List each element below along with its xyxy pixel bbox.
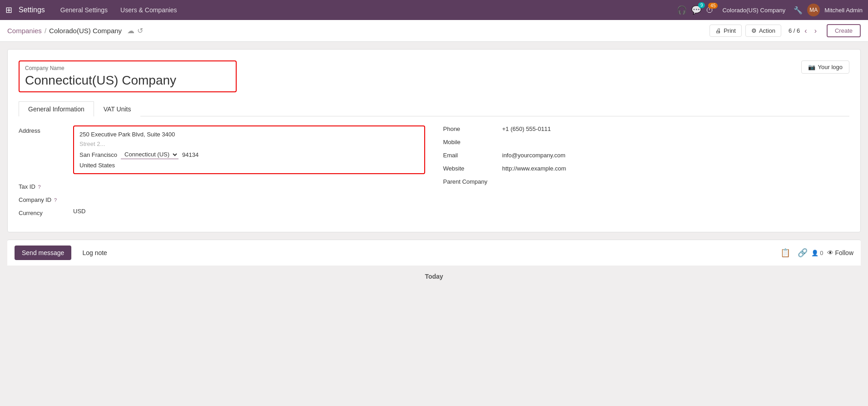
form-container: Company Name 📷 Your logo General Informa… — [7, 49, 861, 232]
chat-badge: 9 — [698, 2, 705, 8]
printer-icon: 🖨 — [715, 27, 721, 34]
top-navigation: ⊞ Settings General Settings Users & Comp… — [0, 0, 868, 20]
clock-icon[interactable]: ⏱ 45 — [706, 5, 714, 15]
email-row: Email info@yourcompany.com — [443, 152, 850, 159]
address-label: Address — [19, 125, 73, 134]
nav-users-companies[interactable]: Users & Companies — [116, 5, 182, 15]
link-icon[interactable]: 🔗 — [798, 248, 808, 258]
follower-count: 👤 0 — [811, 250, 823, 256]
company-name-label: Company Name — [25, 65, 230, 71]
send-message-button[interactable]: Send message — [15, 246, 71, 260]
chat-icon[interactable]: 💬 9 — [691, 5, 701, 15]
cloud-save-icon[interactable]: ☁ — [127, 26, 134, 35]
mobile-input[interactable] — [502, 139, 579, 145]
tabs: General Information VAT Units — [19, 101, 849, 116]
nav-icons: 🎧 💬 9 ⏱ 45 Colorado(US) Company 🔧 MA Mit… — [677, 4, 863, 16]
company-id-row: Company ID ? — [19, 195, 425, 203]
camera-icon: 📷 — [808, 64, 815, 70]
form-right: Phone +1 (650) 555-0111 Mobile Email inf… — [443, 125, 850, 221]
company-id-value — [73, 195, 425, 201]
main-content: Company Name 📷 Your logo General Informa… — [0, 42, 868, 406]
log-note-button[interactable]: Log note — [75, 246, 114, 260]
company-name-field: Company Name — [19, 60, 237, 92]
support-icon[interactable]: 🎧 — [677, 5, 687, 15]
follow-button[interactable]: 👁 Follow — [827, 249, 853, 256]
currency-value[interactable]: USD — [73, 208, 425, 215]
address-city[interactable]: San Francisco — [79, 151, 117, 158]
parent-company-row: Parent Company — [443, 178, 850, 185]
refresh-icon[interactable]: ↺ — [137, 26, 143, 35]
breadcrumb-actions: 🖨 Print ⚙ Action 6 / 6 ‹ › Create — [709, 24, 861, 37]
address-zip[interactable]: 94134 — [182, 151, 198, 158]
prev-page-button[interactable]: ‹ — [802, 26, 809, 36]
form-left: Address 250 Executive Park Blvd, Suite 3… — [19, 125, 425, 221]
nav-general-settings[interactable]: General Settings — [56, 5, 112, 15]
mobile-row: Mobile — [443, 139, 850, 145]
bottom-bar: Send message Log note 📋 🔗 👤 0 👁 Follow — [7, 240, 861, 266]
company-id-label: Company ID ? — [19, 195, 73, 203]
grid-icon[interactable]: ⊞ — [5, 5, 12, 15]
app-title: Settings — [19, 6, 45, 14]
breadcrumb-separator: / — [45, 27, 46, 35]
pagination: 6 / 6 ‹ › — [789, 26, 819, 36]
address-row: Address 250 Executive Park Blvd, Suite 3… — [19, 125, 425, 174]
paperclip-icon[interactable]: 📋 — [780, 248, 790, 258]
company-name-nav: Colorado(US) Company — [722, 7, 785, 14]
address-country[interactable]: United States — [79, 162, 419, 169]
tax-id-row: Tax ID ? — [19, 181, 425, 190]
breadcrumb: Companies / Colorado(US) Company ☁ ↺ — [7, 26, 709, 35]
tax-id-label: Tax ID ? — [19, 181, 73, 190]
today-section: Today — [7, 266, 861, 287]
company-id-help[interactable]: ? — [54, 197, 57, 203]
tax-id-value — [73, 181, 425, 188]
breadcrumb-bar: Companies / Colorado(US) Company ☁ ↺ 🖨 P… — [0, 20, 868, 42]
print-button[interactable]: 🖨 Print — [709, 25, 742, 37]
website-row: Website http://www.example.com — [443, 165, 850, 172]
phone-value[interactable]: +1 (650) 555-0111 — [502, 125, 551, 132]
create-button[interactable]: Create — [827, 24, 861, 37]
currency-label: Currency — [19, 208, 73, 216]
website-value[interactable]: http://www.example.com — [502, 165, 566, 172]
tax-id-input[interactable] — [73, 181, 425, 188]
avatar[interactable]: MA — [807, 4, 820, 16]
parent-company-label: Parent Company — [443, 178, 502, 185]
breadcrumb-current: Colorado(US) Company — [49, 27, 122, 35]
tax-id-help[interactable]: ? — [38, 184, 40, 190]
form-body: Address 250 Executive Park Blvd, Suite 3… — [19, 125, 849, 221]
phone-row: Phone +1 (650) 555-0111 — [443, 125, 850, 132]
website-label: Website — [443, 165, 502, 172]
wrench-icon[interactable]: 🔧 — [794, 6, 803, 15]
address-state-select[interactable]: Connecticut (US) — [121, 150, 179, 159]
email-label: Email — [443, 152, 502, 159]
action-button[interactable]: ⚙ Action — [745, 25, 781, 37]
address-street1[interactable]: 250 Executive Park Blvd, Suite 3400 — [79, 131, 419, 138]
parent-company-value[interactable] — [502, 178, 579, 185]
phone-label: Phone — [443, 125, 502, 132]
company-name-section: Company Name 📷 Your logo — [19, 60, 849, 92]
email-value[interactable]: info@yourcompany.com — [502, 152, 565, 159]
address-street2-placeholder[interactable]: Street 2... — [79, 140, 419, 147]
tab-vat-units[interactable]: VAT Units — [94, 101, 141, 116]
mobile-label: Mobile — [443, 139, 502, 145]
parent-company-input[interactable] — [502, 178, 579, 185]
currency-row: Currency USD — [19, 208, 425, 216]
breadcrumb-parent[interactable]: Companies — [7, 27, 42, 35]
follow-icon: 👁 — [827, 249, 833, 256]
user-name: Mitchell Admin — [824, 7, 863, 14]
address-box: 250 Executive Park Blvd, Suite 3400 Stre… — [73, 125, 425, 174]
gear-icon: ⚙ — [751, 27, 757, 34]
address-city-row: San Francisco Connecticut (US) 94134 — [79, 150, 419, 159]
mobile-value[interactable] — [502, 139, 579, 145]
company-id-input[interactable] — [73, 195, 425, 201]
company-name-input[interactable] — [25, 73, 230, 88]
clock-badge: 45 — [708, 3, 718, 9]
next-page-button[interactable]: › — [812, 26, 819, 36]
tab-general-info[interactable]: General Information — [19, 101, 94, 116]
logo-button[interactable]: 📷 Your logo — [801, 60, 849, 74]
